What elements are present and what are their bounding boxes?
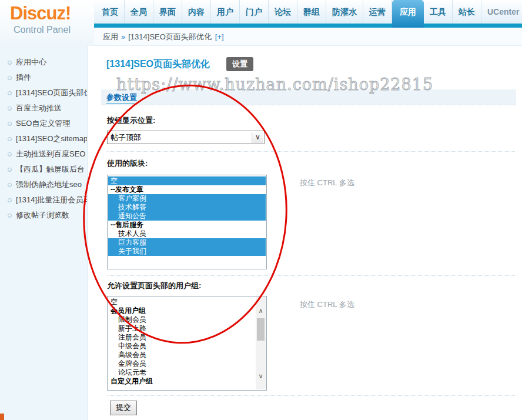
submit-button[interactable]: 提交 <box>110 401 137 415</box>
divider <box>107 151 515 152</box>
scrollbar-thumb[interactable] <box>257 318 265 341</box>
list-option[interactable]: 会员用户组 <box>108 306 266 315</box>
nav-item-group[interactable]: 群组 <box>297 0 326 24</box>
sidebar-item-push-baidu-seo[interactable]: 主动推送到百度SEO <box>0 146 87 162</box>
sidebar-item-label: [1314]批量注册会员马甲 <box>16 195 88 204</box>
forum-field-label: 使用的版块: <box>107 158 148 169</box>
bullet-icon <box>8 76 12 80</box>
list-option[interactable]: 自定义用户组 <box>108 377 266 386</box>
sidebar-item-label: [1314]SEO之sitemap <box>16 134 88 143</box>
divider <box>107 395 515 396</box>
nav-item-user[interactable]: 用户 <box>211 0 240 24</box>
sidebar-item-label: 【西瓜】触屏版后台 <box>16 165 85 174</box>
bullet-icon <box>8 137 12 141</box>
list-option[interactable]: 金牌会员 <box>108 359 266 368</box>
nav-item-global[interactable]: 全局 <box>125 0 153 24</box>
sidebar-item-label: 应用中心 <box>16 58 46 66</box>
sidebar-item-batch-register[interactable]: [1314]批量注册会员马甲 <box>0 192 87 208</box>
nav-item-ucenter[interactable]: UCenter <box>481 0 522 24</box>
breadcrumb-section[interactable]: 应用 <box>103 32 118 41</box>
nav-item-interface[interactable]: 界面 <box>153 0 182 24</box>
discuz-admin-page: Discuz! Control Panel 首页 全局 界面 内容 用户 门户 … <box>0 0 522 420</box>
scroll-up-icon[interactable]: ∧ <box>256 306 266 315</box>
tab-bar <box>101 89 516 105</box>
list-option[interactable]: 论坛元老 <box>108 368 266 377</box>
list-option[interactable]: --售后服务 <box>108 221 266 229</box>
top-nav: 首页 全局 界面 内容 用户 门户 论坛 群组 防灌水 运营 应用 工具 站长 … <box>96 0 522 28</box>
bullet-icon <box>8 91 12 95</box>
breadcrumb-page: [1314]SEO页面头部优化 <box>128 32 212 41</box>
list-option[interactable]: 通知公告 <box>108 212 266 221</box>
scroll-down-icon[interactable]: ∨ <box>256 372 266 380</box>
divider <box>107 275 515 276</box>
nav-item-portal[interactable]: 门户 <box>240 0 269 24</box>
nav-item-content[interactable]: 内容 <box>182 0 211 24</box>
sidebar: 应用中心 插件 [1314]SEO页面头部优化 百度主动推送 SEO自定义管理 … <box>0 46 88 420</box>
bullet-icon <box>8 61 12 65</box>
breadcrumb-separator-icon: » <box>121 32 125 41</box>
nav-item-app[interactable]: 应用 <box>392 0 424 28</box>
control-panel-subtitle: Control Panel <box>14 25 71 35</box>
sidebar-item-seo-custom[interactable]: SEO自定义管理 <box>0 116 87 131</box>
bullet-icon <box>8 152 12 156</box>
settings-button[interactable]: 设置 <box>226 57 253 71</box>
list-option[interactable]: --发布文章 <box>108 185 266 194</box>
nav-item-operation[interactable]: 运营 <box>363 0 392 24</box>
sidebar-item-label: SEO自定义管理 <box>16 119 70 128</box>
nav-item-tools[interactable]: 工具 <box>424 0 453 24</box>
usergroup-multiselect[interactable]: 空 会员用户组 限制会员 新手上路 注册会员 中级会员 高级会员 金牌会员 论坛… <box>107 296 267 391</box>
bullet-icon <box>8 198 12 202</box>
nav-item-home[interactable]: 首页 <box>96 0 125 24</box>
list-option[interactable]: 新手上路 <box>108 324 266 333</box>
breadcrumb: 应用»[1314]SEO页面头部优化[+] <box>94 28 522 46</box>
list-option[interactable]: 技术解答 <box>108 203 266 212</box>
list-option[interactable]: 空 <box>108 176 266 185</box>
nav-item-forum[interactable]: 论坛 <box>269 0 297 24</box>
discuz-logo: Discuz! <box>10 3 71 24</box>
list-option[interactable]: 高级会员 <box>108 351 266 359</box>
forum-multiselect[interactable]: 空 --发布文章 客户案例 技术解答 通知公告 --售后服务 技术人员 巨力客服… <box>107 175 267 269</box>
tab-parameter-settings[interactable]: 参数设置 <box>106 92 137 104</box>
sidebar-item-modify-views[interactable]: 修改帖子浏览数 <box>0 208 87 223</box>
nav-item-webmaster[interactable]: 站长 <box>453 0 481 24</box>
sidebar-item-app-center[interactable]: 应用中心 <box>0 55 87 70</box>
sidebar-item-label: 插件 <box>16 73 31 82</box>
sidebar-item-baidu-push[interactable]: 百度主动推送 <box>0 101 87 116</box>
list-option[interactable]: 关于我们 <box>108 247 266 256</box>
chevron-down-icon[interactable]: ∨ <box>252 132 263 143</box>
list-option[interactable]: 技术人员 <box>108 229 266 238</box>
sidebar-item-label: 修改帖子浏览数 <box>16 211 69 219</box>
sidebar-item-label: 强制伪静态地址seo <box>16 180 82 189</box>
sidebar-item-label: 百度主动推送 <box>16 104 62 112</box>
sidebar-item-label: [1314]SEO页面头部优化 <box>16 88 88 97</box>
bullet-icon <box>8 122 12 126</box>
position-select-value: 帖子顶部 <box>111 131 141 144</box>
bullet-icon <box>8 183 12 187</box>
list-option[interactable]: 限制会员 <box>108 315 266 324</box>
list-option[interactable]: 客户案例 <box>108 194 266 203</box>
usergroup-field-label: 允许设置页面头部的用户组: <box>107 281 201 291</box>
sidebar-item-sitemap[interactable]: [1314]SEO之sitemap <box>0 131 87 146</box>
sidebar-item-force-rewrite-seo[interactable]: 强制伪静态地址seo <box>0 177 87 192</box>
sidebar-item-xigua-touch[interactable]: 【西瓜】触屏版后台 <box>0 162 87 177</box>
sidebar-item-seo-header[interactable]: [1314]SEO页面头部优化 <box>0 85 87 101</box>
list-option[interactable]: 巨力客服 <box>108 238 266 247</box>
sidebar-item-plugins[interactable]: 插件 <box>0 70 87 85</box>
list-option[interactable]: 中级会员 <box>108 342 266 351</box>
ctrl-multiselect-hint: 按住 CTRL 多选 <box>300 178 354 188</box>
sidebar-item-label: 主动推送到百度SEO <box>16 149 85 158</box>
page-title: [1314]SEO页面头部优化 <box>106 58 210 71</box>
nav-item-antispam[interactable]: 防灌水 <box>326 0 363 24</box>
corner-mark <box>0 414 4 420</box>
logo-block: Discuz! Control Panel <box>0 0 94 46</box>
list-option[interactable]: 空 <box>108 298 266 306</box>
breadcrumb-expand-link[interactable]: [+] <box>215 32 224 41</box>
bullet-icon <box>8 168 12 172</box>
position-field-label: 按钮显示位置: <box>107 115 155 126</box>
bullet-icon <box>8 214 12 218</box>
bullet-icon <box>8 106 12 111</box>
position-select[interactable]: 帖子顶部 ∨ <box>107 131 265 144</box>
list-option[interactable]: 注册会员 <box>108 333 266 342</box>
ctrl-multiselect-hint: 按住 CTRL 多选 <box>300 299 354 310</box>
scrollbar[interactable]: ∧ ∨ <box>256 297 266 389</box>
